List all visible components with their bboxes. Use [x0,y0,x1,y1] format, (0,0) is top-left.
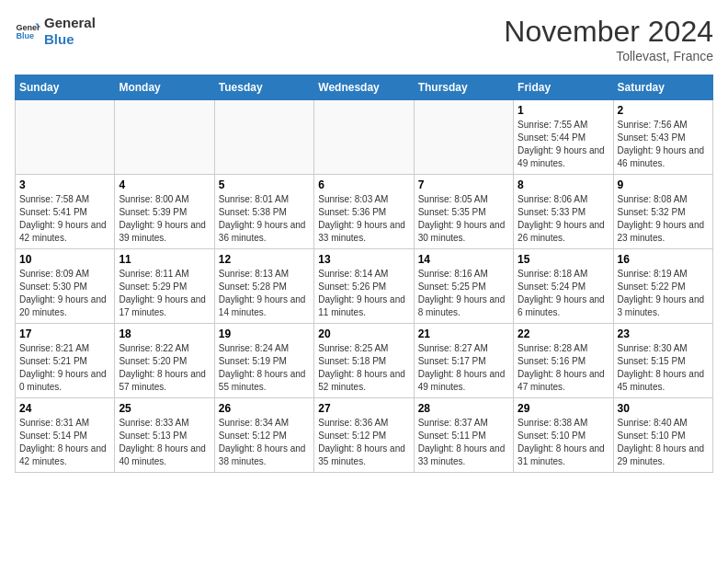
page-header: General Blue General Blue November 2024 … [15,15,713,63]
calendar-cell: 1Sunrise: 7:55 AM Sunset: 5:44 PM Daylig… [514,100,613,175]
calendar-week-3: 10Sunrise: 8:09 AM Sunset: 5:30 PM Dayli… [16,249,713,324]
day-number: 24 [19,402,110,415]
logo-icon: General Blue [15,18,40,44]
location: Tollevast, France [504,49,713,63]
day-info: Sunrise: 8:37 AM Sunset: 5:11 PM Dayligh… [418,417,509,468]
day-number: 5 [219,178,310,191]
day-info: Sunrise: 8:16 AM Sunset: 5:25 PM Dayligh… [418,268,509,319]
calendar-cell: 12Sunrise: 8:13 AM Sunset: 5:28 PM Dayli… [214,249,313,324]
weekday-header-wednesday: Wednesday [314,75,414,100]
day-info: Sunrise: 8:14 AM Sunset: 5:26 PM Dayligh… [318,268,409,319]
day-info: Sunrise: 8:01 AM Sunset: 5:38 PM Dayligh… [219,193,310,245]
calendar-table: SundayMondayTuesdayWednesdayThursdayFrid… [15,75,713,473]
day-info: Sunrise: 8:31 AM Sunset: 5:14 PM Dayligh… [19,417,110,468]
calendar-cell: 28Sunrise: 8:37 AM Sunset: 5:11 PM Dayli… [414,398,513,473]
calendar-cell: 26Sunrise: 8:34 AM Sunset: 5:12 PM Dayli… [214,398,313,473]
calendar-week-5: 24Sunrise: 8:31 AM Sunset: 5:14 PM Dayli… [16,398,713,473]
calendar-cell [414,100,513,175]
day-info: Sunrise: 8:03 AM Sunset: 5:36 PM Dayligh… [318,193,409,245]
logo-blue: Blue [44,31,96,48]
day-info: Sunrise: 8:00 AM Sunset: 5:39 PM Dayligh… [119,193,210,245]
calendar-cell: 2Sunrise: 7:56 AM Sunset: 5:43 PM Daylig… [613,100,712,175]
logo-general: General [44,15,96,31]
day-number: 12 [219,253,310,266]
day-number: 16 [618,253,709,266]
calendar-week-2: 3Sunrise: 7:58 AM Sunset: 5:41 PM Daylig… [16,175,713,249]
month-title: November 2024 [504,15,713,49]
day-number: 18 [119,327,210,340]
day-number: 20 [318,327,409,340]
calendar-cell: 11Sunrise: 8:11 AM Sunset: 5:29 PM Dayli… [115,249,214,324]
day-info: Sunrise: 8:38 AM Sunset: 5:10 PM Dayligh… [518,417,609,468]
day-number: 4 [119,178,210,191]
calendar-cell: 21Sunrise: 8:27 AM Sunset: 5:17 PM Dayli… [414,324,513,398]
day-info: Sunrise: 8:36 AM Sunset: 5:12 PM Dayligh… [318,417,409,468]
day-number: 17 [19,327,110,340]
day-number: 30 [618,402,709,415]
day-info: Sunrise: 8:24 AM Sunset: 5:19 PM Dayligh… [219,342,310,394]
day-info: Sunrise: 7:55 AM Sunset: 5:44 PM Dayligh… [518,119,609,170]
calendar-cell: 15Sunrise: 8:18 AM Sunset: 5:24 PM Dayli… [514,249,613,324]
calendar-cell: 9Sunrise: 8:08 AM Sunset: 5:32 PM Daylig… [613,175,712,249]
day-info: Sunrise: 8:33 AM Sunset: 5:13 PM Dayligh… [119,417,210,468]
day-number: 13 [318,253,409,266]
day-info: Sunrise: 7:56 AM Sunset: 5:43 PM Dayligh… [618,119,709,170]
weekday-header-monday: Monday [115,75,214,100]
calendar-body: 1Sunrise: 7:55 AM Sunset: 5:44 PM Daylig… [16,100,713,473]
calendar-cell: 17Sunrise: 8:21 AM Sunset: 5:21 PM Dayli… [16,324,115,398]
weekday-header-thursday: Thursday [414,75,513,100]
calendar-cell: 20Sunrise: 8:25 AM Sunset: 5:18 PM Dayli… [314,324,414,398]
day-info: Sunrise: 8:19 AM Sunset: 5:22 PM Dayligh… [618,268,709,319]
day-number: 7 [418,178,509,191]
day-info: Sunrise: 7:58 AM Sunset: 5:41 PM Dayligh… [19,193,110,245]
calendar-cell: 16Sunrise: 8:19 AM Sunset: 5:22 PM Dayli… [613,249,712,324]
calendar-cell: 30Sunrise: 8:40 AM Sunset: 5:10 PM Dayli… [613,398,712,473]
calendar-cell: 18Sunrise: 8:22 AM Sunset: 5:20 PM Dayli… [115,324,214,398]
calendar-cell: 3Sunrise: 7:58 AM Sunset: 5:41 PM Daylig… [16,175,115,249]
day-number: 28 [418,402,509,415]
day-info: Sunrise: 8:28 AM Sunset: 5:16 PM Dayligh… [518,342,609,394]
calendar-cell: 14Sunrise: 8:16 AM Sunset: 5:25 PM Dayli… [414,249,513,324]
day-number: 3 [19,178,110,191]
day-number: 6 [318,178,409,191]
day-number: 23 [618,327,709,340]
day-number: 19 [219,327,310,340]
calendar-cell: 19Sunrise: 8:24 AM Sunset: 5:19 PM Dayli… [214,324,313,398]
calendar-cell: 10Sunrise: 8:09 AM Sunset: 5:30 PM Dayli… [16,249,115,324]
calendar-cell [16,100,115,175]
day-info: Sunrise: 8:09 AM Sunset: 5:30 PM Dayligh… [19,268,110,319]
day-number: 26 [219,402,310,415]
day-info: Sunrise: 8:40 AM Sunset: 5:10 PM Dayligh… [618,417,709,468]
calendar-week-1: 1Sunrise: 7:55 AM Sunset: 5:44 PM Daylig… [16,100,713,175]
weekday-header-saturday: Saturday [613,75,712,100]
calendar-cell: 7Sunrise: 8:05 AM Sunset: 5:35 PM Daylig… [414,175,513,249]
day-number: 29 [518,402,609,415]
day-info: Sunrise: 8:05 AM Sunset: 5:35 PM Dayligh… [418,193,509,245]
day-info: Sunrise: 8:21 AM Sunset: 5:21 PM Dayligh… [19,342,110,394]
title-section: November 2024 Tollevast, France [504,15,713,63]
day-info: Sunrise: 8:30 AM Sunset: 5:15 PM Dayligh… [618,342,709,394]
day-info: Sunrise: 8:25 AM Sunset: 5:18 PM Dayligh… [318,342,409,394]
weekday-header-sunday: Sunday [16,75,115,100]
day-info: Sunrise: 8:34 AM Sunset: 5:12 PM Dayligh… [219,417,310,468]
calendar-cell: 23Sunrise: 8:30 AM Sunset: 5:15 PM Dayli… [613,324,712,398]
day-number: 22 [518,327,609,340]
day-number: 21 [418,327,509,340]
calendar-cell: 27Sunrise: 8:36 AM Sunset: 5:12 PM Dayli… [314,398,414,473]
day-number: 11 [119,253,210,266]
calendar-cell: 24Sunrise: 8:31 AM Sunset: 5:14 PM Dayli… [16,398,115,473]
day-number: 14 [418,253,509,266]
calendar-cell: 6Sunrise: 8:03 AM Sunset: 5:36 PM Daylig… [314,175,414,249]
calendar-week-4: 17Sunrise: 8:21 AM Sunset: 5:21 PM Dayli… [16,324,713,398]
calendar-cell [214,100,313,175]
calendar-cell: 25Sunrise: 8:33 AM Sunset: 5:13 PM Dayli… [115,398,214,473]
calendar-cell: 13Sunrise: 8:14 AM Sunset: 5:26 PM Dayli… [314,249,414,324]
logo: General Blue General Blue [15,15,96,48]
weekday-header-tuesday: Tuesday [214,75,313,100]
day-number: 27 [318,402,409,415]
weekday-header-friday: Friday [514,75,613,100]
calendar-cell: 5Sunrise: 8:01 AM Sunset: 5:38 PM Daylig… [214,175,313,249]
day-info: Sunrise: 8:08 AM Sunset: 5:32 PM Dayligh… [618,193,709,245]
calendar-cell [115,100,214,175]
day-number: 25 [119,402,210,415]
